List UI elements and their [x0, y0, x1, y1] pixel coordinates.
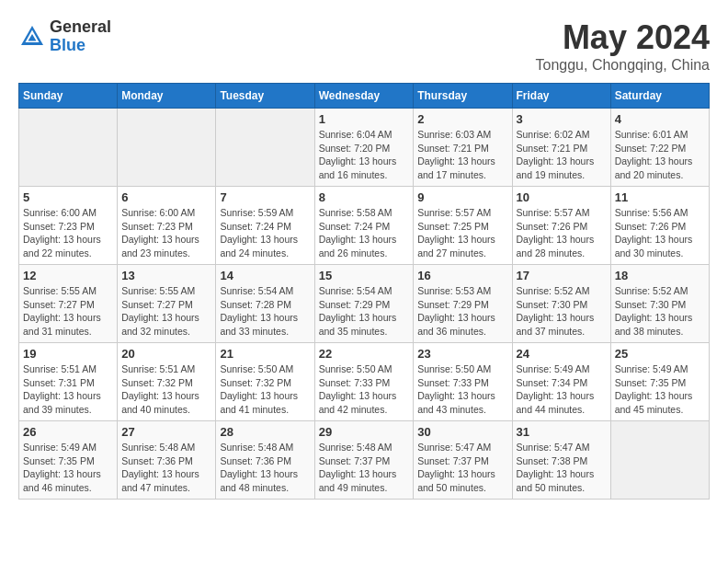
calendar-cell: 16Sunrise: 5:53 AM Sunset: 7:29 PM Dayli…	[414, 265, 512, 343]
calendar-cell: 21Sunrise: 5:50 AM Sunset: 7:32 PM Dayli…	[216, 343, 314, 421]
weekday-header: Tuesday	[216, 84, 314, 109]
calendar-cell: 8Sunrise: 5:58 AM Sunset: 7:24 PM Daylig…	[314, 187, 414, 265]
calendar-cell: 22Sunrise: 5:50 AM Sunset: 7:33 PM Dayli…	[314, 343, 414, 421]
day-number: 3	[517, 112, 607, 126]
calendar-cell: 25Sunrise: 5:49 AM Sunset: 7:35 PM Dayli…	[610, 343, 709, 421]
day-number: 2	[417, 112, 507, 126]
logo: General Blue	[18, 18, 111, 55]
day-info: Sunrise: 6:04 AM Sunset: 7:20 PM Dayligh…	[319, 128, 410, 182]
calendar-cell: 29Sunrise: 5:48 AM Sunset: 7:37 PM Dayli…	[314, 421, 414, 500]
day-number: 31	[517, 425, 607, 439]
day-number: 7	[220, 190, 310, 204]
day-number: 6	[121, 190, 211, 204]
calendar-cell: 19Sunrise: 5:51 AM Sunset: 7:31 PM Dayli…	[19, 343, 118, 421]
day-info: Sunrise: 5:48 AM Sunset: 7:37 PM Dayligh…	[319, 441, 410, 495]
day-number: 5	[23, 190, 113, 204]
calendar-cell: 6Sunrise: 6:00 AM Sunset: 7:23 PM Daylig…	[118, 187, 216, 265]
calendar-week-row: 26Sunrise: 5:49 AM Sunset: 7:35 PM Dayli…	[19, 421, 710, 500]
page-header: General Blue May 2024 Tonggu, Chongqing,…	[18, 18, 710, 74]
calendar-cell: 2Sunrise: 6:03 AM Sunset: 7:21 PM Daylig…	[414, 109, 512, 187]
weekday-header: Saturday	[610, 84, 709, 109]
day-info: Sunrise: 5:54 AM Sunset: 7:28 PM Dayligh…	[220, 284, 310, 339]
calendar-cell: 1Sunrise: 6:04 AM Sunset: 7:20 PM Daylig…	[314, 109, 414, 187]
day-info: Sunrise: 5:57 AM Sunset: 7:26 PM Dayligh…	[517, 206, 607, 260]
day-info: Sunrise: 5:49 AM Sunset: 7:35 PM Dayligh…	[23, 441, 113, 495]
day-number: 17	[517, 269, 607, 282]
day-info: Sunrise: 6:00 AM Sunset: 7:23 PM Dayligh…	[121, 206, 211, 260]
calendar-cell: 3Sunrise: 6:02 AM Sunset: 7:21 PM Daylig…	[512, 109, 610, 187]
calendar-week-row: 5Sunrise: 6:00 AM Sunset: 7:23 PM Daylig…	[19, 187, 710, 265]
day-info: Sunrise: 5:47 AM Sunset: 7:37 PM Dayligh…	[417, 441, 507, 495]
day-info: Sunrise: 5:55 AM Sunset: 7:27 PM Dayligh…	[121, 284, 211, 339]
day-number: 27	[121, 425, 211, 439]
weekday-header: Thursday	[414, 84, 512, 109]
day-info: Sunrise: 5:53 AM Sunset: 7:29 PM Dayligh…	[417, 284, 507, 339]
weekday-header: Monday	[118, 84, 216, 109]
day-number: 19	[23, 347, 113, 361]
calendar-cell	[118, 109, 216, 187]
calendar-header: SundayMondayTuesdayWednesdayThursdayFrid…	[19, 84, 710, 109]
calendar-cell: 9Sunrise: 5:57 AM Sunset: 7:25 PM Daylig…	[414, 187, 512, 265]
calendar-cell: 23Sunrise: 5:50 AM Sunset: 7:33 PM Dayli…	[414, 343, 512, 421]
day-number: 16	[417, 269, 507, 282]
day-info: Sunrise: 5:49 AM Sunset: 7:35 PM Dayligh…	[615, 362, 705, 417]
calendar-cell: 5Sunrise: 6:00 AM Sunset: 7:23 PM Daylig…	[19, 187, 118, 265]
day-number: 18	[615, 269, 705, 282]
logo-icon	[18, 23, 46, 51]
day-info: Sunrise: 5:50 AM Sunset: 7:32 PM Dayligh…	[220, 362, 310, 417]
title-block: May 2024 Tonggu, Chongqing, China	[536, 18, 710, 74]
day-info: Sunrise: 6:03 AM Sunset: 7:21 PM Dayligh…	[417, 128, 507, 182]
day-number: 13	[121, 269, 211, 282]
day-number: 9	[417, 190, 507, 204]
day-info: Sunrise: 5:50 AM Sunset: 7:33 PM Dayligh…	[319, 362, 410, 417]
day-info: Sunrise: 6:02 AM Sunset: 7:21 PM Dayligh…	[517, 128, 607, 182]
day-number: 26	[23, 425, 113, 439]
day-info: Sunrise: 5:47 AM Sunset: 7:38 PM Dayligh…	[517, 441, 607, 495]
day-info: Sunrise: 5:48 AM Sunset: 7:36 PM Dayligh…	[121, 441, 211, 495]
calendar-cell: 13Sunrise: 5:55 AM Sunset: 7:27 PM Dayli…	[118, 265, 216, 343]
calendar-cell: 28Sunrise: 5:48 AM Sunset: 7:36 PM Dayli…	[216, 421, 314, 500]
day-number: 12	[23, 269, 113, 282]
calendar-cell: 12Sunrise: 5:55 AM Sunset: 7:27 PM Dayli…	[19, 265, 118, 343]
calendar-body: 1Sunrise: 6:04 AM Sunset: 7:20 PM Daylig…	[19, 109, 710, 500]
day-info: Sunrise: 5:59 AM Sunset: 7:24 PM Dayligh…	[220, 206, 310, 260]
day-number: 22	[319, 347, 410, 361]
day-number: 14	[220, 269, 310, 282]
day-number: 1	[319, 112, 410, 126]
day-number: 8	[319, 190, 410, 204]
day-info: Sunrise: 6:00 AM Sunset: 7:23 PM Dayligh…	[23, 206, 113, 260]
day-info: Sunrise: 5:54 AM Sunset: 7:29 PM Dayligh…	[319, 284, 410, 339]
day-number: 28	[220, 425, 310, 439]
day-info: Sunrise: 5:58 AM Sunset: 7:24 PM Dayligh…	[319, 206, 410, 260]
weekday-header: Sunday	[19, 84, 118, 109]
calendar-week-row: 12Sunrise: 5:55 AM Sunset: 7:27 PM Dayli…	[19, 265, 710, 343]
day-number: 25	[615, 347, 705, 361]
day-info: Sunrise: 5:48 AM Sunset: 7:36 PM Dayligh…	[220, 441, 310, 495]
calendar-table: SundayMondayTuesdayWednesdayThursdayFrid…	[18, 83, 710, 500]
calendar-cell: 15Sunrise: 5:54 AM Sunset: 7:29 PM Dayli…	[314, 265, 414, 343]
day-number: 4	[615, 112, 705, 126]
calendar-cell: 27Sunrise: 5:48 AM Sunset: 7:36 PM Dayli…	[118, 421, 216, 500]
calendar-cell	[216, 109, 314, 187]
logo-text: General Blue	[50, 18, 111, 55]
day-number: 23	[417, 347, 507, 361]
calendar-cell: 17Sunrise: 5:52 AM Sunset: 7:30 PM Dayli…	[512, 265, 610, 343]
day-number: 21	[220, 347, 310, 361]
day-info: Sunrise: 6:01 AM Sunset: 7:22 PM Dayligh…	[615, 128, 705, 182]
calendar-cell: 11Sunrise: 5:56 AM Sunset: 7:26 PM Dayli…	[610, 187, 709, 265]
calendar-week-row: 19Sunrise: 5:51 AM Sunset: 7:31 PM Dayli…	[19, 343, 710, 421]
calendar-cell	[610, 421, 709, 500]
day-number: 29	[319, 425, 410, 439]
calendar-cell: 26Sunrise: 5:49 AM Sunset: 7:35 PM Dayli…	[19, 421, 118, 500]
day-number: 20	[121, 347, 211, 361]
day-number: 15	[319, 269, 410, 282]
weekday-row: SundayMondayTuesdayWednesdayThursdayFrid…	[19, 84, 710, 109]
weekday-header: Wednesday	[314, 84, 414, 109]
day-info: Sunrise: 5:51 AM Sunset: 7:32 PM Dayligh…	[121, 362, 211, 417]
day-number: 10	[517, 190, 607, 204]
day-info: Sunrise: 5:49 AM Sunset: 7:34 PM Dayligh…	[517, 362, 607, 417]
day-number: 30	[417, 425, 507, 439]
calendar-cell: 30Sunrise: 5:47 AM Sunset: 7:37 PM Dayli…	[414, 421, 512, 500]
calendar-cell: 18Sunrise: 5:52 AM Sunset: 7:30 PM Dayli…	[610, 265, 709, 343]
day-info: Sunrise: 5:52 AM Sunset: 7:30 PM Dayligh…	[615, 284, 705, 339]
